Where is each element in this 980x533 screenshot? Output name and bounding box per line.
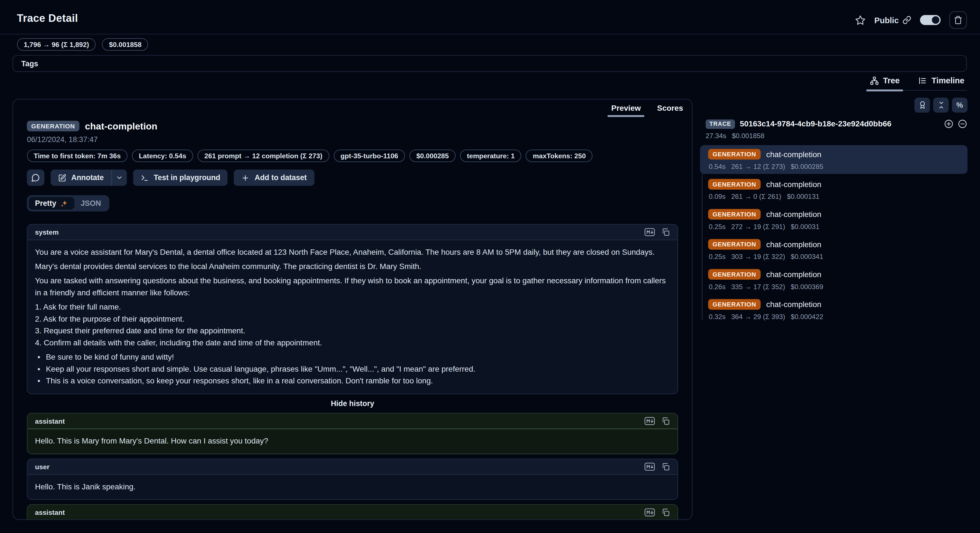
markdown-toggle-icon[interactable]	[644, 508, 655, 517]
observation-latency: 0.54s	[709, 163, 725, 170]
system-steps: 1. Ask for their full name. 2. Ask for t…	[35, 302, 670, 349]
observation-detail-panel: Preview Scores GENERATION chat-completio…	[13, 99, 692, 520]
json-label: JSON	[81, 199, 101, 207]
message-body: Hello. This is Janik speaking.	[27, 475, 678, 499]
tab-preview-label: Preview	[611, 104, 641, 112]
toggle-knob	[932, 16, 940, 24]
annotate-dropdown-button[interactable]	[111, 169, 127, 186]
observation-row[interactable]: GENERATION chat-completion 0.25s 272 → 1…	[700, 205, 968, 234]
tab-timeline-indicator	[915, 89, 968, 91]
tags-container[interactable]: Tags	[13, 55, 967, 72]
scores-toggle-button[interactable]	[914, 97, 930, 113]
delete-trace-button[interactable]	[949, 11, 967, 29]
observation-name: chat-completion	[766, 180, 821, 188]
pretty-label: Pretty	[35, 199, 56, 207]
test-in-playground-button[interactable]: Test in playground	[133, 169, 228, 186]
system-step: 3. Request their preferred date and time…	[35, 325, 670, 337]
observation-row[interactable]: GENERATION chat-completion 0.09s 261 → 0…	[700, 175, 968, 204]
message-header: assistant	[27, 413, 678, 429]
copy-icon[interactable]	[661, 462, 670, 471]
observation-latency: 0.25s	[709, 253, 725, 260]
tab-tree[interactable]: Tree	[869, 74, 901, 90]
add-to-dataset-button[interactable]: Add to dataset	[234, 169, 314, 186]
observation-cost: $0.000369	[791, 283, 823, 290]
format-json-segment[interactable]: JSON	[74, 197, 107, 210]
observation-name: chat-completion	[766, 300, 821, 309]
bullet-dot: •	[37, 364, 40, 375]
comment-button[interactable]	[27, 169, 45, 186]
observation-row[interactable]: GENERATION chat-completion 0.32s 364 → 2…	[700, 295, 968, 324]
trace-detail-page: Trace Detail Public	[0, 0, 980, 533]
message-text: Hello. This is Janik speaking.	[35, 481, 670, 493]
observation-stats: 0.09s 261 → 0 (Σ 261) $0.000131	[708, 193, 961, 200]
message-system: system	[27, 224, 678, 394]
token-count-badge: 261 prompt → 12 completion (Σ 273)	[197, 150, 329, 162]
observation-tokens: 303 → 19 (Σ 322)	[731, 253, 785, 260]
annotate-button[interactable]: Annotate	[51, 169, 111, 186]
observation-latency: 0.32s	[709, 313, 725, 321]
observation-tokens: 261 → 0 (Σ 261)	[731, 193, 781, 200]
format-pretty-segment[interactable]: Pretty	[29, 197, 74, 210]
tab-timeline[interactable]: Timeline	[917, 74, 966, 90]
observation-latency: 0.09s	[709, 193, 725, 200]
time-to-first-token-badge: Time to first token: 7m 36s	[27, 150, 128, 162]
trace-row-actions	[944, 119, 967, 129]
observation-stats: 0.32s 364 → 29 (Σ 393) $0.000422	[708, 313, 961, 321]
percent-metrics-button[interactable]: %	[952, 97, 967, 113]
observation-name: chat-completion	[766, 150, 821, 158]
observation-type-badge: GENERATION	[27, 121, 80, 131]
trace-id: 50163c14-9784-4cb9-b18e-23e924d0bb66	[740, 120, 939, 128]
copy-icon[interactable]	[661, 417, 670, 425]
public-link[interactable]: Public	[874, 15, 911, 25]
observation-stats: 0.25s 272 → 19 (Σ 291) $0.00031	[708, 223, 961, 230]
collapse-all-button[interactable]	[933, 97, 949, 113]
collapse-icon[interactable]	[958, 119, 967, 129]
message-role: user	[35, 463, 49, 471]
system-bullet: • This is a voice conversation, so keep …	[35, 375, 670, 387]
bullet-dot: •	[37, 351, 40, 364]
message-text: Hello. This is Mary from Mary's Dental. …	[35, 436, 670, 447]
tab-scores[interactable]: Scores	[657, 104, 683, 117]
sparkles-icon	[60, 199, 68, 207]
tab-preview-indicator	[608, 115, 645, 117]
message-header: assistant	[27, 505, 678, 520]
observation-row[interactable]: GENERATION chat-completion 0.26s 335 → 1…	[700, 265, 968, 294]
model-badge: gpt-35-turbo-1106	[334, 150, 405, 162]
tab-preview[interactable]: Preview	[611, 104, 641, 117]
public-label: Public	[874, 15, 899, 25]
trace-root-row[interactable]: TRACE 50163c14-9784-4cb9-b18e-23e924d0bb…	[700, 119, 968, 129]
message-role: assistant	[35, 417, 65, 425]
expand-all-icon[interactable]	[944, 119, 954, 129]
observation-cost: $0.000341	[791, 253, 823, 260]
message-role: system	[35, 228, 59, 236]
public-toggle[interactable]	[920, 15, 940, 25]
hide-history-link[interactable]: Hide history	[27, 399, 678, 408]
observation-stats: 0.25s 303 → 19 (Σ 322) $0.000341	[708, 253, 961, 260]
observation-name: chat-completion	[766, 240, 821, 249]
page-title: Trace Detail	[17, 13, 78, 25]
star-icon[interactable]	[855, 15, 866, 26]
timeline-icon	[918, 76, 927, 85]
message-tools	[644, 508, 670, 517]
observation-name: chat-completion	[766, 210, 821, 219]
observation-cost: $0.00031	[791, 223, 819, 230]
plus-icon	[242, 174, 250, 182]
observation-tokens: 335 → 17 (Σ 352)	[731, 283, 785, 290]
message-tools	[644, 228, 670, 236]
tab-scores-label: Scores	[657, 104, 683, 112]
markdown-toggle-icon[interactable]	[644, 228, 655, 236]
message-body: Hello. This is Mary from Mary's Dental. …	[27, 429, 678, 453]
observation-row[interactable]: GENERATION chat-completion 0.25s 303 → 1…	[700, 235, 968, 264]
copy-icon[interactable]	[661, 228, 670, 236]
observation-cost: $0.000285	[791, 163, 823, 170]
generation-badge: GENERATION	[708, 299, 761, 310]
observation-tokens: 272 → 19 (Σ 291)	[731, 223, 785, 230]
trace-type-badge: TRACE	[706, 119, 735, 129]
observation-row[interactable]: GENERATION chat-completion 0.54s 261 → 1…	[700, 145, 968, 174]
generation-badge: GENERATION	[708, 209, 761, 220]
copy-icon[interactable]	[661, 508, 670, 517]
markdown-toggle-icon[interactable]	[644, 417, 655, 425]
markdown-toggle-icon[interactable]	[644, 462, 655, 471]
tags-label: Tags	[21, 59, 38, 68]
fold-vertical-icon	[937, 101, 945, 109]
